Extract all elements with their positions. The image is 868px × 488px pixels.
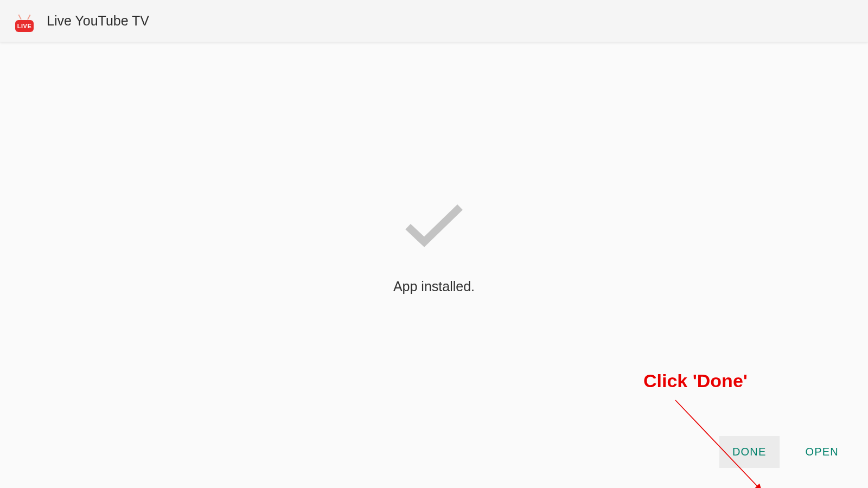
checkmark-icon [401, 200, 467, 248]
antenna-left-icon [18, 14, 21, 20]
status-text: App installed. [393, 279, 475, 294]
done-button[interactable]: DONE [719, 436, 780, 468]
button-row: DONE OPEN [719, 436, 852, 468]
open-button[interactable]: OPEN [793, 436, 852, 468]
live-tv-icon: LIVE [15, 12, 35, 32]
live-badge-icon: LIVE [15, 20, 34, 32]
live-badge-text: LIVE [17, 23, 31, 29]
antenna-right-icon [27, 14, 30, 20]
page-title: Live YouTube TV [47, 13, 149, 29]
header: LIVE Live YouTube TV [0, 0, 868, 42]
main-content: App installed. DONE OPEN [0, 42, 868, 488]
